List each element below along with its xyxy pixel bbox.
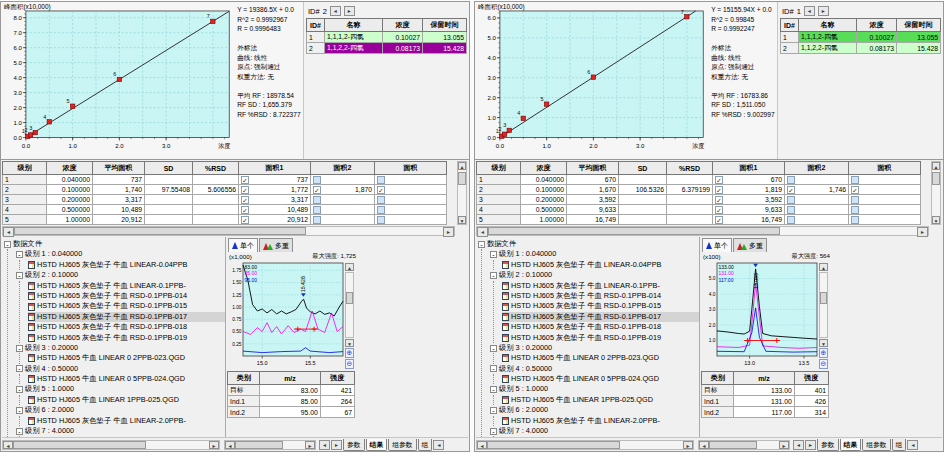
level-table-vertical-scrollbar[interactable] — [931, 161, 941, 225]
tree-group[interactable]: 级别 1 : 0.040000 — [490, 249, 699, 259]
area-checkbox[interactable] — [851, 206, 859, 214]
scrollbar-thumb[interactable] — [346, 292, 353, 304]
level-row[interactable]: 40.50000010,48910,489 — [3, 205, 447, 215]
tree-horizontal-scrollbar[interactable] — [2, 440, 220, 450]
area-checkbox[interactable] — [241, 186, 249, 194]
scroll-right-button[interactable] — [683, 441, 693, 449]
tree-file[interactable]: HSTD HJ605 牛血 LINEAR 1PPB-025.QGD — [28, 395, 225, 405]
tree-file[interactable]: HSTD HJ605 灰色垫子 牛血 RSD-0.1PPB-017 — [502, 312, 699, 322]
chromatogram-plot[interactable]: 0.250.500.751.001.251.501.7515.015.515.4… — [227, 261, 345, 369]
scroll-right-button[interactable] — [779, 441, 789, 449]
tree-file[interactable]: HSTD HJ605 灰色垫子 牛血 RSD-0.1PPB-018 — [28, 322, 225, 332]
tree-group[interactable]: 级别 7 : 4.0000 — [490, 426, 699, 436]
tree-group[interactable]: 级别 4 : 0.50000 — [16, 364, 225, 374]
area-checkbox[interactable] — [851, 176, 859, 184]
area-checkbox[interactable] — [787, 186, 795, 194]
area-checkbox[interactable] — [377, 216, 385, 224]
tree-file[interactable]: HSTD HJ605 灰色垫子 牛血 RSD-0.1PPB-019 — [28, 333, 225, 343]
tree-group[interactable]: 级别 2 : 0.10000 — [16, 270, 225, 280]
area-checkbox[interactable] — [715, 206, 723, 214]
scrollbar-thumb[interactable] — [458, 172, 466, 185]
scroll-down-button[interactable] — [932, 216, 940, 224]
tree-file[interactable]: HSTD HJ605 牛血 LINEAR 0 5PPB-024.QGD — [28, 374, 225, 384]
tree-file[interactable]: HSTD HJ605 灰色垫子 牛血 RSD-0.1PPB-019 — [502, 333, 699, 343]
tab-1[interactable]: 参数 — [817, 439, 839, 451]
level-table-horizontal-scrollbar[interactable] — [2, 226, 455, 236]
tree-group[interactable]: 级别 7 : 4.0000 — [16, 426, 225, 436]
scroll-down-button[interactable] — [819, 339, 828, 347]
tree-file[interactable]: HSTD HJ605 灰色垫子 牛血 LINEAR-0.1PPB- — [28, 281, 225, 291]
scrollbar-track[interactable] — [932, 170, 940, 216]
tab-scroll-left-button[interactable] — [793, 440, 804, 450]
area-checkbox[interactable] — [787, 176, 795, 184]
collapse-icon[interactable] — [490, 386, 497, 393]
area-checkbox[interactable] — [715, 216, 723, 224]
area-checkbox[interactable] — [377, 206, 385, 214]
level-row[interactable]: 10.040000737737 — [3, 175, 447, 185]
mz-row[interactable]: 目标83.00421 — [228, 385, 355, 396]
level-row[interactable]: 30.2000003,5923,592 — [477, 195, 921, 205]
area-checkbox[interactable] — [313, 196, 321, 204]
level-row[interactable]: 51.0000016,74916,749 — [477, 215, 921, 225]
collapse-icon[interactable] — [16, 251, 23, 258]
scrollbar-thumb[interactable] — [820, 292, 827, 304]
tree-file[interactable]: HSTD HJ605 灰色垫子 牛血 RSD-0.1PPB-014 — [28, 291, 225, 301]
single-view-tab[interactable]: 单个 — [228, 238, 258, 252]
area-checkbox[interactable] — [715, 186, 723, 194]
mz-row[interactable]: 目标133.00401 — [702, 385, 829, 396]
tree-file[interactable]: HSTD HJ605 灰色垫子 牛血 RSD-0.1PPB-015 — [502, 301, 699, 311]
scroll-up-button[interactable] — [345, 263, 354, 271]
area-checkbox[interactable] — [241, 176, 249, 184]
level-row[interactable]: 51.0000020,91220,912 — [3, 215, 447, 225]
scroll-right-button[interactable] — [443, 227, 454, 237]
tab-2[interactable]: 结果 — [366, 439, 388, 451]
scroll-right-button[interactable] — [209, 441, 219, 449]
tree-file[interactable]: HSTD HJ605 灰色垫子 牛血 RSD-0.1PPB-018 — [502, 322, 699, 332]
tree-group[interactable]: 级别 3 : 0.20000 — [16, 343, 225, 353]
scrollbar-track[interactable] — [819, 272, 828, 338]
zoom-out-icon[interactable] — [345, 359, 354, 369]
tree-file[interactable]: HSTD HJ605 牛血 LINEAR 0 5PPB-024.QGD — [502, 374, 699, 384]
scrollbar-track[interactable] — [235, 441, 305, 449]
level-row[interactable]: 40.5000009,6339,633 — [477, 205, 921, 215]
scroll-up-button[interactable] — [458, 162, 466, 170]
tree-group[interactable]: 级别 3 : 0.20000 — [490, 343, 699, 353]
area-checkbox[interactable] — [377, 196, 385, 204]
mz-row[interactable]: Ind.2117.00314 — [702, 407, 829, 418]
scroll-down-button[interactable] — [345, 339, 354, 347]
tree-file[interactable]: HSTD HJ605 灰色垫子 牛血 RSD-0.1PPB-014 — [502, 291, 699, 301]
chromatogram-plot[interactable]: 1.02.03.04.05.013.013.513.055133.00131.0… — [701, 261, 819, 369]
scroll-up-button[interactable] — [932, 162, 940, 170]
tab-scroll-right-button[interactable] — [331, 440, 342, 450]
scroll-right-button[interactable] — [917, 227, 928, 237]
mz-row[interactable]: Ind.295.0067 — [228, 407, 355, 418]
collapse-icon[interactable] — [490, 428, 497, 435]
scrollbar-thumb[interactable] — [235, 441, 283, 449]
tab-3[interactable]: 组参数 — [388, 439, 416, 451]
scroll-left-button[interactable] — [477, 227, 488, 237]
area-checkbox[interactable] — [241, 216, 249, 224]
tab-4[interactable]: 组 — [418, 439, 433, 451]
tab-scroll-right-button[interactable] — [805, 440, 816, 450]
scrollbar-thumb[interactable] — [487, 441, 620, 449]
tree-file[interactable]: HSTD HJ605 灰色垫子 牛血 LINEAR-0.04PPB — [28, 260, 225, 270]
tree-file[interactable]: HSTD HJ605 灰色垫子 牛血 LINEAR-0.1PPB- — [502, 281, 699, 291]
scrollbar-track[interactable] — [13, 441, 209, 449]
area-checkbox[interactable] — [787, 206, 795, 214]
collapse-icon[interactable] — [490, 272, 497, 279]
tree-root[interactable]: 数据文件 — [4, 239, 225, 249]
scrollbar-track[interactable] — [14, 227, 443, 235]
chromatogram-horizontal-scrollbar[interactable] — [224, 440, 316, 450]
scrollbar-track[interactable] — [458, 170, 466, 216]
multi-view-tab[interactable]: 多重 — [259, 238, 293, 252]
scroll-left-button[interactable] — [225, 441, 235, 449]
level-table-vertical-scrollbar[interactable] — [457, 161, 467, 225]
area-checkbox[interactable] — [787, 216, 795, 224]
level-row[interactable]: 30.2000003,3173,317 — [3, 195, 447, 205]
level-row[interactable]: 20.1000001,670106.53266.3791991,8191,746 — [477, 185, 921, 195]
collapse-icon[interactable] — [16, 386, 23, 393]
area-checkbox[interactable] — [787, 196, 795, 204]
area-checkbox[interactable] — [377, 176, 385, 184]
mz-row[interactable]: Ind.1131.00426 — [702, 396, 829, 407]
tree-file[interactable]: HSTD HJ605 灰色垫子 牛血 LINEAR-2.0PPB- — [28, 416, 225, 426]
